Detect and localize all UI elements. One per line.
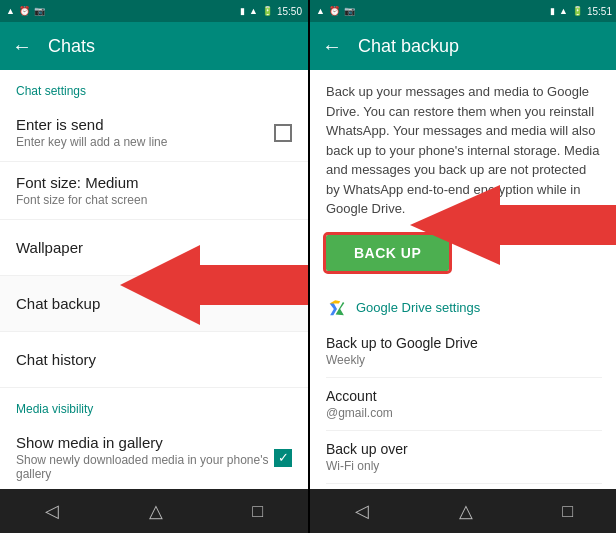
left-action-bar: ← Chats (0, 22, 308, 70)
wallpaper-title: Wallpaper (16, 239, 292, 256)
google-drive-icon (326, 297, 348, 319)
backup-description: Back up your messages and media to Googl… (326, 82, 602, 219)
right-action-bar: ← Chat backup (310, 22, 616, 70)
left-content: Chat settings Enter is send Enter key wi… (0, 70, 308, 489)
battery-icon: 🔋 (262, 6, 273, 16)
wallpaper-item[interactable]: Wallpaper (0, 220, 308, 276)
backup-button-container: BACK UP (326, 235, 602, 271)
right-title: Chat backup (358, 36, 606, 57)
left-title: Chats (48, 36, 296, 57)
show-media-title: Show media in gallery (16, 434, 274, 451)
google-drive-label: Google Drive settings (356, 300, 480, 315)
backup-button[interactable]: BACK UP (326, 235, 449, 271)
chat-settings-header: Chat settings (0, 70, 308, 104)
backup-to-drive-item[interactable]: Back up to Google Drive Weekly (326, 325, 602, 378)
account-subtitle: @gmail.com (326, 406, 602, 420)
left-home-nav-icon[interactable]: △ (149, 500, 163, 522)
font-size-subtitle: Font size for chat screen (16, 193, 292, 207)
left-status-bar: ▲ ⏰ 📷 ▮ ▲ 🔋 15:50 (0, 0, 308, 22)
account-title: Account (326, 388, 602, 404)
right-time: 15:51 (587, 6, 612, 17)
right-alarm-icon: ⏰ (329, 6, 340, 16)
right-wifi-icon: ▲ (559, 6, 568, 16)
enter-is-send-checkbox[interactable] (274, 124, 292, 142)
left-bottom-nav: ◁ △ □ (0, 489, 308, 533)
backup-over-subtitle: Wi-Fi only (326, 459, 602, 473)
chat-backup-title: Chat backup (16, 295, 292, 312)
chat-history-title: Chat history (16, 351, 292, 368)
right-status-bar: ▲ ⏰ 📷 ▮ ▲ 🔋 15:51 (310, 0, 616, 22)
font-size-item[interactable]: Font size: Medium Font size for chat scr… (0, 162, 308, 220)
sim-icon: ▮ (240, 6, 245, 16)
wifi-icon: ▲ (249, 6, 258, 16)
left-back-button[interactable]: ← (12, 35, 32, 58)
google-drive-section: Google Drive settings (326, 287, 602, 325)
show-media-item[interactable]: Show media in gallery Show newly downloa… (0, 422, 308, 489)
right-bottom-nav: ◁ △ □ (310, 489, 616, 533)
chat-history-item[interactable]: Chat history (0, 332, 308, 388)
right-signal-icon: ▲ (316, 6, 325, 16)
backup-to-drive-title: Back up to Google Drive (326, 335, 602, 351)
right-home-nav-icon[interactable]: △ (459, 500, 473, 522)
backup-to-drive-subtitle: Weekly (326, 353, 602, 367)
right-battery-icon: 🔋 (572, 6, 583, 16)
enter-is-send-item[interactable]: Enter is send Enter key will add a new l… (0, 104, 308, 162)
right-phone-icon: 📷 (344, 6, 355, 16)
backup-over-item[interactable]: Back up over Wi-Fi only (326, 431, 602, 484)
right-back-button[interactable]: ← (322, 35, 342, 58)
enter-is-send-title: Enter is send (16, 116, 274, 133)
right-content: Back up your messages and media to Googl… (310, 70, 616, 489)
media-visibility-header: Media visibility (0, 388, 308, 422)
signal-icon: ▲ (6, 6, 15, 16)
left-recents-nav-icon[interactable]: □ (252, 501, 263, 522)
account-item[interactable]: Account @gmail.com (326, 378, 602, 431)
left-time: 15:50 (277, 6, 302, 17)
right-back-nav-icon[interactable]: ◁ (355, 500, 369, 522)
left-back-nav-icon[interactable]: ◁ (45, 500, 59, 522)
alarm-icon: ⏰ (19, 6, 30, 16)
chat-backup-item[interactable]: Chat backup (0, 276, 308, 332)
show-media-subtitle: Show newly downloaded media in your phon… (16, 453, 274, 481)
enter-is-send-subtitle: Enter key will add a new line (16, 135, 274, 149)
backup-over-title: Back up over (326, 441, 602, 457)
camera-icon: 📷 (34, 6, 45, 16)
right-recents-nav-icon[interactable]: □ (562, 501, 573, 522)
show-media-checkbox[interactable] (274, 449, 292, 467)
font-size-title: Font size: Medium (16, 174, 292, 191)
right-sim-icon: ▮ (550, 6, 555, 16)
